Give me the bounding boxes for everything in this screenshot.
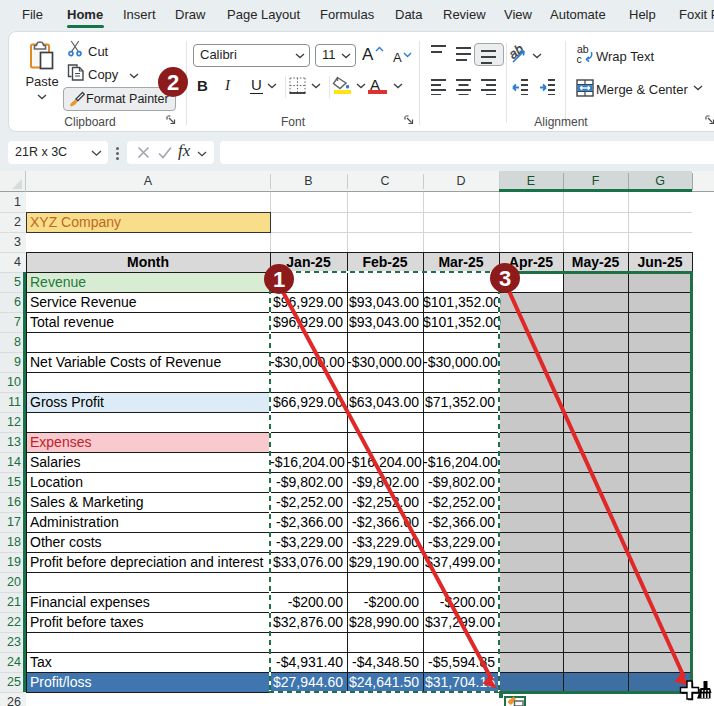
svg-text:c: c [577, 53, 582, 64]
